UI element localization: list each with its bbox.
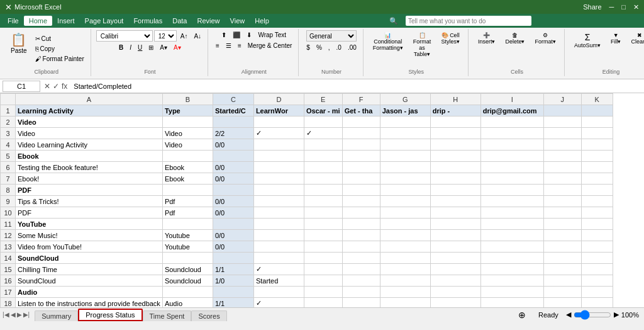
row-number[interactable]: 17 [1, 287, 16, 298]
cell-h[interactable] [430, 241, 480, 253]
cell-k[interactable] [581, 219, 613, 230]
menu-home[interactable]: Home [24, 16, 52, 26]
cell-g[interactable] [380, 185, 430, 196]
cell-e[interactable] [304, 241, 342, 253]
cell-f[interactable] [342, 173, 380, 185]
cell-c[interactable]: 0/0 [213, 139, 253, 151]
menu-page-layout[interactable]: Page Layout [80, 16, 129, 26]
cell-e[interactable] [304, 207, 342, 219]
border-button[interactable]: ⊞ [146, 43, 156, 52]
cell-k[interactable] [581, 139, 613, 151]
cell-i[interactable]: drip@gmail.com [480, 105, 543, 117]
cell-j[interactable] [543, 230, 581, 241]
table-row[interactable]: 13Video from YouTube!Youtube0/0 [1, 241, 613, 253]
cell-i[interactable] [480, 117, 543, 128]
tab-progress-status[interactable]: Progress Status [78, 309, 142, 321]
scroll-left-icon[interactable]: ◀ [566, 310, 571, 319]
cell-c[interactable]: 2/2 [213, 128, 253, 139]
row-number[interactable]: 2 [1, 117, 16, 128]
cell-i[interactable] [480, 241, 543, 253]
row-number[interactable]: 7 [1, 173, 16, 185]
cell-g[interactable] [380, 162, 430, 173]
cell-a[interactable]: Ebook [16, 151, 163, 162]
table-row[interactable]: 17Audio [1, 287, 613, 298]
paste-button[interactable]: 📋 Paste [6, 30, 31, 67]
cell-c[interactable]: 1/1 [213, 264, 253, 275]
col-header-b[interactable]: B [162, 94, 213, 105]
cell-k[interactable] [581, 117, 613, 128]
cell-i[interactable] [480, 275, 543, 287]
cell-a[interactable]: PDF [16, 185, 163, 196]
col-header-k[interactable]: K [581, 94, 613, 105]
menu-file[interactable]: File [3, 16, 24, 26]
confirm-formula-icon[interactable]: ✓ [53, 82, 59, 91]
cell-h[interactable] [430, 117, 480, 128]
cell-j[interactable] [543, 162, 581, 173]
table-row[interactable]: 9Tips & Tricks!Pdf0/0 [1, 196, 613, 207]
cell-j[interactable] [543, 241, 581, 253]
autosum-button[interactable]: Σ AutoSum▾ [570, 30, 605, 65]
cell-k[interactable] [581, 241, 613, 253]
insert-function-icon[interactable]: fx [62, 82, 67, 91]
cell-k[interactable] [581, 298, 613, 308]
cell-e[interactable] [304, 162, 342, 173]
cell-d[interactable] [253, 117, 304, 128]
col-header-d[interactable]: D [253, 94, 304, 105]
cell-e[interactable] [304, 264, 342, 275]
cell-f[interactable] [342, 117, 380, 128]
search-input[interactable] [406, 16, 531, 26]
cell-g[interactable]: Jason - jas [380, 105, 430, 117]
cell-h[interactable] [430, 230, 480, 241]
cell-reference-input[interactable] [3, 81, 40, 92]
cell-g[interactable] [380, 287, 430, 298]
formula-input[interactable] [71, 82, 641, 91]
increase-font-button[interactable]: A↑ [178, 31, 191, 41]
decrease-decimal-button[interactable]: .0 [334, 43, 344, 52]
cell-k[interactable] [581, 151, 613, 162]
menu-view[interactable]: View [225, 16, 250, 26]
cell-d[interactable] [253, 241, 304, 253]
menu-insert[interactable]: Insert [52, 16, 80, 26]
cell-c[interactable]: Started/C [213, 105, 253, 117]
cell-d[interactable] [253, 253, 304, 264]
table-row[interactable]: 7Ebook!Ebook0/0 [1, 173, 613, 185]
cell-e[interactable] [304, 219, 342, 230]
cell-a[interactable]: SoundCloud [16, 253, 163, 264]
cell-e[interactable] [304, 298, 342, 308]
cell-j[interactable] [543, 117, 581, 128]
row-number[interactable]: 10 [1, 207, 16, 219]
cell-a[interactable]: Tips & Tricks! [16, 196, 163, 207]
maximize-btn[interactable]: □ [621, 3, 626, 11]
cell-j[interactable] [543, 151, 581, 162]
cell-e[interactable] [304, 117, 342, 128]
bold-button[interactable]: B [116, 43, 126, 52]
cell-a[interactable]: Chilling Time [16, 264, 163, 275]
increase-decimal-button[interactable]: .00 [345, 43, 359, 52]
cell-d[interactable] [253, 139, 304, 151]
cell-g[interactable] [380, 275, 430, 287]
cell-e[interactable] [304, 275, 342, 287]
row-number[interactable]: 4 [1, 139, 16, 151]
cell-b[interactable]: Soundcloud [162, 264, 213, 275]
menu-review[interactable]: Review [192, 16, 225, 26]
cell-h[interactable] [430, 298, 480, 308]
cell-d[interactable] [253, 207, 304, 219]
cell-i[interactable] [480, 173, 543, 185]
cell-i[interactable] [480, 253, 543, 264]
col-header-e[interactable]: E [304, 94, 342, 105]
cell-j[interactable] [543, 287, 581, 298]
cell-h[interactable] [430, 219, 480, 230]
cell-g[interactable] [380, 173, 430, 185]
row-number[interactable]: 14 [1, 253, 16, 264]
cell-a[interactable]: SoundCloud [16, 275, 163, 287]
cell-d[interactable] [253, 173, 304, 185]
font-color-button[interactable]: A▾ [171, 43, 184, 52]
cell-a[interactable]: Learning Activity [16, 105, 163, 117]
table-row[interactable]: 1Learning ActivityTypeStarted/CLearnWorO… [1, 105, 613, 117]
cell-c[interactable]: 0/0 [213, 230, 253, 241]
cell-d[interactable] [253, 151, 304, 162]
cell-e[interactable] [304, 230, 342, 241]
cancel-formula-icon[interactable]: ✕ [44, 82, 50, 91]
table-row[interactable]: 18Listen to the instructions and provide… [1, 298, 613, 308]
cell-a[interactable]: Testing the Ebook feature! [16, 162, 163, 173]
